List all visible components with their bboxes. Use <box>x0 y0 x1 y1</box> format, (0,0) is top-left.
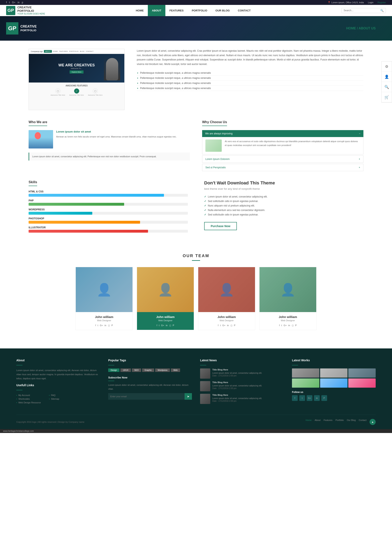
subscribe-button[interactable]: ➤ <box>184 393 192 400</box>
footer-link-3[interactable]: Web Design Resource <box>16 401 41 404</box>
team-tw-2[interactable]: t <box>159 324 159 327</box>
team-fb-1[interactable]: f <box>95 324 96 327</box>
work-5 <box>320 378 347 388</box>
team-ig-4[interactable]: ◻ <box>292 324 294 327</box>
skill-html: HTML & CSS <box>29 190 188 197</box>
team-tw-4[interactable]: t <box>281 324 282 327</box>
team-pi-4[interactable]: P <box>295 324 297 327</box>
social-links[interactable]: f t G+ in p <box>6 1 25 4</box>
team-pi-3[interactable]: P <box>234 324 235 327</box>
follow-gp[interactable]: G+ <box>307 395 312 401</box>
checklist-item-3: Pellentesque molestie suscipit neque, a … <box>137 81 363 86</box>
follow-pi[interactable]: P <box>321 395 327 401</box>
settings-icon[interactable]: ⚙ <box>382 61 392 72</box>
cart-icon[interactable]: 🛒 <box>382 92 392 102</box>
footer-link-4[interactable]: FAQ <box>49 393 59 397</box>
social-twitter[interactable]: t <box>9 1 10 4</box>
preview-features: AWESOME FEATURES ◯ Awesome Title Here ✓ … <box>29 83 124 98</box>
nav-home[interactable]: HOME <box>132 5 148 16</box>
accordion-item-3[interactable]: Sed ut Perspiciatis + <box>202 164 363 171</box>
breadcrumb-current: ABOUT US <box>358 27 376 30</box>
nav-blog[interactable]: OUR BLOG <box>211 5 234 16</box>
team-pi-2[interactable]: P <box>173 324 174 327</box>
team-fb-2[interactable]: f <box>157 324 157 327</box>
follow-fb[interactable]: f <box>292 395 298 401</box>
why-choose-us: Why Choose Us We are always improving − … <box>202 120 363 172</box>
feature-label-2: Awesome Title Here <box>69 94 84 96</box>
purchase-now-button[interactable]: Purchase Now <box>204 222 237 230</box>
skills-title: Skills <box>29 180 37 186</box>
preview-hero-sub: Welcome To... <box>71 67 83 70</box>
footer-nav-home[interactable]: Home <box>306 419 312 425</box>
tag-graphic[interactable]: Graphic <box>142 368 154 372</box>
follow-in[interactable]: in <box>314 395 320 401</box>
download-item-5: Sed sollicitudin odio in ipsum egestas p… <box>204 212 363 217</box>
team-ig-1[interactable]: ◻ <box>108 324 110 327</box>
footer-nav-features[interactable]: Features <box>324 419 332 425</box>
news-thumb-1 <box>200 368 210 379</box>
team-in-2[interactable]: in <box>166 324 168 327</box>
footer-nav-blog[interactable]: Our Blog <box>347 419 356 425</box>
nav-contact[interactable]: CONTACT <box>234 5 255 16</box>
tag-seo[interactable]: SEO <box>132 368 141 372</box>
tag-design[interactable]: Design <box>108 368 119 372</box>
nav-portfolio[interactable]: PORTFOLIO <box>188 5 211 16</box>
news-date-3: Date : 17/12/2016 2:00 pm <box>212 400 262 402</box>
who-image-inner <box>29 130 53 149</box>
footer-link-2[interactable]: Shortcodes <box>16 397 41 401</box>
register-link[interactable]: Register <box>377 1 386 4</box>
accordion-header-open[interactable]: We are always improving − <box>202 130 363 137</box>
tag-wordpress[interactable]: Wordpress <box>155 368 170 372</box>
accordion-item-2[interactable]: Lorem Ipsum Dolorem + <box>202 155 363 163</box>
social-pinterest[interactable]: p <box>22 1 23 4</box>
team-pi-1[interactable]: P <box>111 324 113 327</box>
footer-nav-contact[interactable]: Contact <box>359 419 367 425</box>
team-tw-3[interactable]: t <box>220 324 221 327</box>
team-role-2: Web Designer <box>140 319 191 322</box>
nav-features[interactable]: FEATURES <box>165 5 188 16</box>
team-ig-3[interactable]: ◻ <box>230 324 232 327</box>
team-info-4: John william Web Designer f t G+ in ◻ P <box>259 312 316 330</box>
footer-link-1[interactable]: My Account <box>16 393 41 397</box>
search-icon[interactable]: 🔍 <box>380 9 384 12</box>
about-image: CompanyLogo ABOUT HOME FEATURES PORTFOLI… <box>29 49 124 110</box>
team-ig-2[interactable]: ◻ <box>169 324 171 327</box>
team-gp-3[interactable]: G+ <box>222 324 225 327</box>
tag-uiux[interactable]: UI/UX <box>120 368 131 372</box>
footer-link-5[interactable]: Sitemap <box>49 397 59 401</box>
follow-tw[interactable]: t <box>299 395 305 401</box>
team-in-4[interactable]: in <box>288 324 290 327</box>
skill-php-bar <box>29 203 188 206</box>
team-in-3[interactable]: in <box>227 324 229 327</box>
work-6 <box>348 378 376 388</box>
search-input[interactable] <box>344 9 380 12</box>
logo-icon: GP <box>6 6 15 15</box>
person-1: 👤 <box>76 267 133 312</box>
footer-works-title: Latest Works <box>292 359 376 362</box>
team-fb-4[interactable]: f <box>279 324 280 327</box>
footer-nav-about[interactable]: About <box>315 419 321 425</box>
social-facebook[interactable]: f <box>6 1 7 4</box>
news-title-2: Title Blog Here <box>212 381 262 384</box>
back-to-top[interactable]: ▲ <box>370 419 376 425</box>
person-shape <box>106 58 118 80</box>
team-tw-1[interactable]: t <box>98 324 98 327</box>
team-card-1: 👤 John william Web Designer f t G+ in ◻ … <box>75 267 133 330</box>
footer-nav-portfolio[interactable]: Portfolio <box>335 419 344 425</box>
nav-about[interactable]: ABOUT <box>148 5 165 16</box>
team-fb-3[interactable]: f <box>218 324 218 327</box>
user-icon[interactable]: 👤 <box>382 72 392 82</box>
skill-photoshop-fill <box>29 221 140 224</box>
download-title: Don't Wait Download This Theme <box>204 180 363 186</box>
subscribe-email[interactable] <box>108 393 184 400</box>
team-gp-1[interactable]: G+ <box>100 324 103 327</box>
login-link[interactable]: Login <box>368 1 373 4</box>
search-side-icon[interactable]: 🔍 <box>382 82 392 92</box>
social-google[interactable]: G+ <box>12 1 15 4</box>
team-gp-4[interactable]: G+ <box>284 324 287 327</box>
social-linkedin[interactable]: in <box>18 1 19 4</box>
tag-web[interactable]: Web <box>171 368 180 372</box>
news-item-1: Title Blog Here Lorem ipsum dolor sit am… <box>200 368 284 379</box>
team-in-1[interactable]: in <box>104 324 106 327</box>
team-gp-2[interactable]: G+ <box>161 324 164 327</box>
